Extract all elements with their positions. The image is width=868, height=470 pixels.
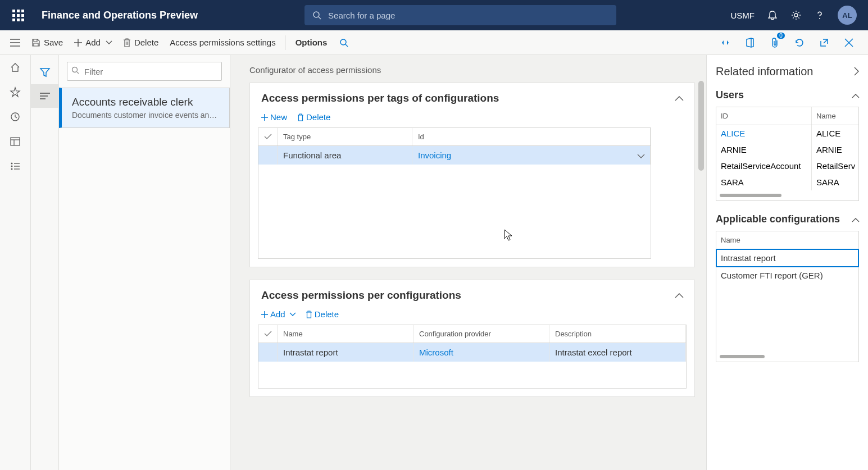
users-grid-row[interactable]: SARASARA xyxy=(716,174,858,190)
users-grid-row[interactable]: ALICEALICE xyxy=(716,125,858,142)
col-provider[interactable]: Configuration provider xyxy=(413,325,549,343)
gear-icon[interactable] xyxy=(790,10,802,21)
svg-point-17 xyxy=(11,163,13,165)
user-id-cell[interactable]: SARA xyxy=(716,174,812,190)
horizontal-scrollbar[interactable] xyxy=(720,194,781,197)
attachments-badge: 0 xyxy=(777,33,785,39)
collapse-icon[interactable] xyxy=(852,213,859,225)
col-tagtype[interactable]: Tag type xyxy=(278,128,412,145)
page-search-button[interactable] xyxy=(334,30,354,54)
delete-label: Delete xyxy=(134,38,158,47)
cell-provider[interactable]: Microsoft xyxy=(413,343,549,362)
related-info-title: Related information xyxy=(716,65,813,78)
svg-point-0 xyxy=(313,12,319,17)
config-row[interactable]: Intrastat report xyxy=(716,249,858,267)
card-tags: Access permissions per tags of configura… xyxy=(249,83,695,267)
chevron-right-icon[interactable] xyxy=(855,65,859,78)
attachments-icon[interactable]: 0 xyxy=(768,36,781,49)
options-button[interactable]: Options xyxy=(289,30,334,54)
add-button[interactable]: Add xyxy=(69,30,117,54)
svg-line-27 xyxy=(77,72,79,74)
access-permissions-settings-button[interactable]: Access permissions settings xyxy=(164,30,281,54)
config-row[interactable]: Customer FTI report (GER) xyxy=(716,267,858,284)
chevron-down-icon[interactable] xyxy=(638,150,644,160)
select-all-checkbox[interactable] xyxy=(258,128,278,145)
filter-icon[interactable] xyxy=(31,61,59,84)
close-icon[interactable] xyxy=(842,36,856,49)
office-icon[interactable] xyxy=(743,36,757,49)
col-user-id[interactable]: ID xyxy=(716,107,812,125)
card-configs: Access permissions per configurations Ad… xyxy=(249,280,695,397)
cell-id-value: Invoicing xyxy=(418,150,451,160)
tags-grid-row[interactable]: Functional area Invoicing xyxy=(258,146,651,165)
svg-point-2 xyxy=(794,13,798,17)
tags-grid: Tag type Id Functional area Invoicing xyxy=(258,127,651,259)
app-launcher-icon[interactable] xyxy=(6,10,30,21)
refresh-icon[interactable] xyxy=(793,36,806,49)
nav-toggle-icon[interactable] xyxy=(4,39,26,47)
user-id-cell[interactable]: ARNIE xyxy=(716,142,812,158)
svg-point-26 xyxy=(72,67,78,72)
scrollbar-thumb[interactable] xyxy=(698,81,704,171)
legal-entity[interactable]: USMF xyxy=(731,11,755,20)
users-grid-row[interactable]: RetailServiceAccountRetailServ xyxy=(716,158,858,174)
cell-id[interactable]: Invoicing xyxy=(412,146,651,165)
horizontal-scrollbar[interactable] xyxy=(720,355,765,358)
new-button[interactable]: New xyxy=(261,112,287,122)
svg-point-21 xyxy=(11,168,13,170)
copilot-icon[interactable] xyxy=(719,36,732,49)
collapse-icon[interactable] xyxy=(675,290,683,300)
applicable-configs-grid: Name Intrastat reportCustomer FTI report… xyxy=(716,231,859,362)
modules-icon[interactable] xyxy=(10,161,21,172)
separator xyxy=(285,35,285,50)
svg-rect-14 xyxy=(11,138,20,145)
user-id-cell[interactable]: RetailServiceAccount xyxy=(716,158,812,174)
user-id-cell[interactable]: ALICE xyxy=(716,125,812,142)
help-icon[interactable] xyxy=(814,10,825,21)
top-bar: Finance and Operations Preview Search fo… xyxy=(0,0,868,30)
col-desc[interactable]: Description xyxy=(549,325,686,343)
plus-icon xyxy=(261,114,268,121)
delete-button[interactable]: Delete xyxy=(297,112,330,122)
col-config-name[interactable]: Name xyxy=(716,231,858,249)
user-name-cell[interactable]: RetailServ xyxy=(812,158,858,174)
home-icon[interactable] xyxy=(10,62,21,73)
user-name-cell[interactable]: SARA xyxy=(812,174,858,190)
save-button[interactable]: Save xyxy=(26,30,69,54)
add-label: Add xyxy=(85,38,101,47)
bell-icon[interactable] xyxy=(767,10,778,21)
filter-input[interactable] xyxy=(67,62,222,81)
role-list-item[interactable]: Accounts receivable clerk Documents cust… xyxy=(59,88,230,128)
user-name-cell[interactable]: ARNIE xyxy=(812,142,858,158)
collapse-icon[interactable] xyxy=(852,89,859,101)
col-user-name[interactable]: Name xyxy=(812,107,858,125)
add-button[interactable]: Add xyxy=(261,309,296,319)
row-checkbox[interactable] xyxy=(258,146,278,165)
cell-name[interactable]: Intrastat report xyxy=(278,343,413,362)
svg-line-1 xyxy=(319,17,321,19)
users-grid-row[interactable]: ARNIEARNIE xyxy=(716,142,858,158)
collapse-icon[interactable] xyxy=(675,93,683,103)
cell-desc[interactable]: Intrastat excel report xyxy=(549,343,686,362)
role-list-item-desc: Documents customer invoice events and … xyxy=(72,111,219,120)
delete-button[interactable]: Delete xyxy=(306,309,339,319)
user-avatar[interactable]: AL xyxy=(838,6,857,25)
plus-icon xyxy=(261,311,268,318)
favorites-icon[interactable] xyxy=(10,86,21,98)
workspaces-icon[interactable] xyxy=(10,136,21,147)
trash-icon xyxy=(306,311,312,318)
configs-grid-row[interactable]: Intrastat report Microsoft Intrastat exc… xyxy=(258,343,686,362)
col-id[interactable]: Id xyxy=(412,128,651,145)
user-name-cell[interactable]: ALICE xyxy=(812,125,858,142)
global-search[interactable]: Search for a page xyxy=(305,5,616,25)
row-checkbox[interactable] xyxy=(258,343,278,362)
list-icon[interactable] xyxy=(31,84,59,108)
recent-icon[interactable] xyxy=(10,111,21,122)
col-name[interactable]: Name xyxy=(278,325,413,343)
popout-icon[interactable] xyxy=(817,36,831,49)
select-all-checkbox[interactable] xyxy=(258,325,278,343)
configs-section: Applicable configurations Name Intrastat… xyxy=(716,213,859,362)
cell-tagtype[interactable]: Functional area xyxy=(278,146,412,165)
delete-button[interactable]: Delete xyxy=(117,30,164,54)
trash-icon xyxy=(123,38,131,47)
